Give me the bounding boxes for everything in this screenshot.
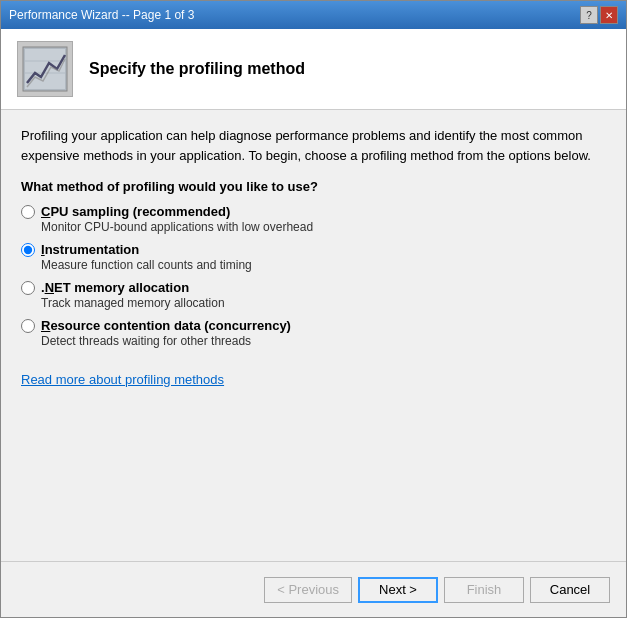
label-instrumentation[interactable]: Instrumentation <box>41 242 139 257</box>
radio-instrumentation[interactable] <box>21 243 35 257</box>
question-label: What method of profiling would you like … <box>21 179 606 194</box>
previous-button[interactable]: < Previous <box>264 577 352 603</box>
radio-cpu-sampling[interactable] <box>21 205 35 219</box>
help-button[interactable]: ? <box>580 6 598 24</box>
window-title: Performance Wizard -- Page 1 of 3 <box>9 8 194 22</box>
radio-resource-contention[interactable] <box>21 319 35 333</box>
sublabel-resource-contention: Detect threads waiting for other threads <box>41 334 606 348</box>
label-resource-contention[interactable]: Resource contention data (concurrency) <box>41 318 291 333</box>
close-button[interactable]: ✕ <box>600 6 618 24</box>
label-cpu-sampling[interactable]: CPU sampling (recommended) <box>41 204 230 219</box>
finish-button[interactable]: Finish <box>444 577 524 603</box>
wizard-footer: < Previous Next > Finish Cancel <box>1 561 626 617</box>
content-area: Profiling your application can help diag… <box>1 110 626 561</box>
sublabel-cpu-sampling: Monitor CPU-bound applications with low … <box>41 220 606 234</box>
cancel-button[interactable]: Cancel <box>530 577 610 603</box>
wizard-window: Performance Wizard -- Page 1 of 3 ? ✕ Sp… <box>0 0 627 618</box>
description-text: Profiling your application can help diag… <box>21 126 606 165</box>
header-title: Specify the profiling method <box>89 60 305 78</box>
title-bar-buttons: ? ✕ <box>580 6 618 24</box>
wizard-header: Specify the profiling method <box>1 29 626 110</box>
read-more-link[interactable]: Read more about profiling methods <box>21 372 224 387</box>
title-bar: Performance Wizard -- Page 1 of 3 ? ✕ <box>1 1 626 29</box>
option-cpu-sampling: CPU sampling (recommended) Monitor CPU-b… <box>21 204 606 234</box>
option-resource-contention: Resource contention data (concurrency) D… <box>21 318 606 348</box>
radio-net-memory[interactable] <box>21 281 35 295</box>
option-instrumentation: Instrumentation Measure function call co… <box>21 242 606 272</box>
option-net-memory: .NET memory allocation Track managed mem… <box>21 280 606 310</box>
sublabel-instrumentation: Measure function call counts and timing <box>41 258 606 272</box>
sublabel-net-memory: Track managed memory allocation <box>41 296 606 310</box>
label-net-memory[interactable]: .NET memory allocation <box>41 280 189 295</box>
profiling-options: CPU sampling (recommended) Monitor CPU-b… <box>21 204 606 348</box>
next-button[interactable]: Next > <box>358 577 438 603</box>
wizard-icon <box>17 41 73 97</box>
